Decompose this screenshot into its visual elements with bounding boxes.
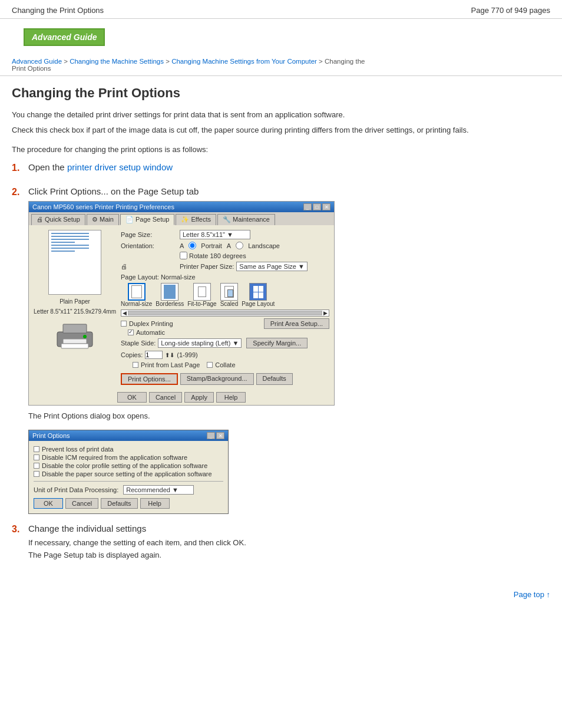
printer-driver-link[interactable]: printer driver setup window bbox=[67, 162, 173, 172]
ok-btn[interactable]: OK bbox=[117, 392, 147, 403]
disable-paper-source-checkbox[interactable] bbox=[34, 471, 39, 477]
prevent-loss-label: Prevent loss of print data bbox=[42, 446, 114, 453]
landscape-icon: A bbox=[227, 242, 231, 249]
dialog-right-panel: Page Size: Letter 8.5"x11" ▼ Orientation… bbox=[121, 230, 329, 385]
po-close-btn[interactable]: ✕ bbox=[216, 432, 224, 439]
layout-borderless[interactable]: Borderless bbox=[156, 283, 184, 307]
printer-paper-size-text: Printer Paper Size: bbox=[180, 263, 234, 270]
cancel-btn[interactable]: Cancel bbox=[149, 392, 182, 403]
prevent-loss-checkbox[interactable] bbox=[34, 446, 39, 452]
paper-line-7 bbox=[51, 251, 75, 252]
page-top-link[interactable]: Page top ↑ bbox=[514, 590, 550, 599]
duplex-checkbox[interactable] bbox=[121, 321, 127, 327]
po-checkbox-4: Disable the paper source setting of the … bbox=[34, 470, 223, 477]
print-options-body: Prevent loss of print data Disable ICM r… bbox=[29, 441, 228, 513]
copies-range: (1-999) bbox=[177, 351, 197, 358]
layout-normal-label: Normal-size bbox=[121, 301, 152, 307]
step-1-number: 1. bbox=[12, 162, 28, 173]
duplex-label: Duplex Printing bbox=[129, 320, 173, 327]
layout-borderless-label: Borderless bbox=[156, 301, 184, 307]
scroll-right-btn[interactable]: ▶ bbox=[323, 310, 328, 316]
minimize-btn[interactable]: _ bbox=[303, 203, 312, 210]
step-3-content: Change the individual settings If necess… bbox=[28, 523, 550, 563]
po-ok-btn[interactable]: OK bbox=[34, 498, 63, 509]
print-from-last-checkbox[interactable] bbox=[133, 362, 138, 368]
print-area-btn[interactable]: Print Area Setup... bbox=[264, 320, 329, 327]
staple-side-label: Staple Side: bbox=[121, 340, 156, 347]
po-defaults-btn[interactable]: Defaults bbox=[101, 498, 137, 509]
tab-effects[interactable]: ✨ Effects bbox=[176, 214, 216, 225]
step-3-sub-2: The Page Setup tab is displayed again. bbox=[28, 551, 550, 559]
printer-dialog-image: Canon MP560 series Printer Printing Pref… bbox=[28, 201, 335, 406]
po-cancel-btn[interactable]: Cancel bbox=[65, 498, 98, 509]
layout-fit-label: Fit-to-Page bbox=[187, 301, 216, 307]
separator bbox=[34, 481, 223, 482]
portrait-radio[interactable] bbox=[189, 242, 196, 249]
scrollbar[interactable]: ◀ ▶ bbox=[121, 309, 329, 317]
layout-fit-to-page[interactable]: Fit-to-Page bbox=[187, 283, 216, 307]
paper-lines bbox=[51, 233, 98, 253]
header-title: Changing the Print Options bbox=[12, 6, 104, 15]
paper-line-1 bbox=[51, 233, 89, 234]
unit-select[interactable]: Recommended ▼ bbox=[123, 485, 194, 495]
tab-main[interactable]: ⚙ Main bbox=[87, 214, 119, 225]
copies-input[interactable] bbox=[145, 351, 163, 359]
layout-scaled[interactable]: Scaled bbox=[220, 283, 239, 307]
landscape-radio[interactable] bbox=[236, 242, 243, 249]
dialog-action-buttons: Print Options... Stamp/Background... Def… bbox=[121, 373, 329, 385]
disable-icm-checkbox[interactable] bbox=[34, 454, 39, 460]
po-help-btn[interactable]: Help bbox=[140, 498, 170, 509]
print-area-setup-btn[interactable]: Print Area Setup... bbox=[264, 318, 329, 329]
step-3-sub-1: If necessary, change the setting of each… bbox=[28, 538, 550, 547]
collate-checkbox[interactable] bbox=[207, 362, 213, 368]
page-layout-value: Normal-size bbox=[161, 274, 196, 281]
left-panel-label-2: Letter 8.5"x11" 215.9x279.4mm bbox=[34, 308, 116, 315]
automatic-checkbox[interactable] bbox=[128, 330, 134, 335]
svg-rect-2 bbox=[63, 339, 87, 344]
staple-side-select[interactable]: Long-side stapling (Left) ▼ bbox=[158, 338, 242, 348]
page-header: Changing the Print Options Page 770 of 9… bbox=[0, 0, 562, 19]
tab-maintenance[interactable]: 🔧 Maintenance bbox=[217, 214, 275, 225]
layout-page-layout[interactable]: Page Layout bbox=[242, 283, 275, 307]
advanced-guide-banner: Advanced Guide bbox=[24, 28, 105, 46]
breadcrumb-link-3[interactable]: Changing Machine Settings from Your Comp… bbox=[171, 58, 317, 65]
printer-icon-area bbox=[51, 318, 98, 354]
maximize-btn[interactable]: □ bbox=[313, 203, 321, 210]
automatic-row: Automatic bbox=[121, 329, 329, 336]
apply-btn[interactable]: Apply bbox=[184, 392, 214, 403]
paper-line-3 bbox=[51, 239, 89, 240]
copies-spinner[interactable]: ⬆⬇ bbox=[165, 352, 174, 358]
close-btn[interactable]: ✕ bbox=[322, 203, 330, 210]
tab-page-setup[interactable]: 📄 Page Setup bbox=[120, 214, 175, 225]
specify-margin-btn[interactable]: Specify Margin... bbox=[246, 338, 308, 348]
procedure-text: The procedure for changing the print opt… bbox=[12, 145, 550, 154]
breadcrumb-link-1[interactable]: Advanced Guide bbox=[12, 58, 62, 65]
disable-color-profile-checkbox[interactable] bbox=[34, 463, 39, 469]
print-options-btn[interactable]: Print Options... bbox=[121, 373, 178, 385]
page-top-arrow: ↑ bbox=[547, 590, 551, 599]
scroll-left-btn[interactable]: ◀ bbox=[123, 310, 127, 316]
print-from-last-label: Print from Last Page bbox=[141, 361, 200, 368]
portrait-label: Portrait bbox=[201, 242, 222, 249]
defaults-btn[interactable]: Defaults bbox=[256, 373, 293, 385]
page-layout-row: Page Layout: Normal-size bbox=[121, 274, 329, 281]
svg-rect-1 bbox=[63, 324, 87, 333]
step-3-number: 3. bbox=[12, 523, 28, 535]
step-1-label: Open the printer driver setup window bbox=[28, 162, 550, 172]
page-size-select[interactable]: Letter 8.5"x11" ▼ bbox=[180, 230, 250, 239]
step-1-content: Open the printer driver setup window bbox=[28, 162, 550, 177]
intro-text-1: You change the detailed print driver set… bbox=[12, 109, 550, 121]
page-size-row: Page Size: Letter 8.5"x11" ▼ bbox=[121, 230, 329, 239]
printer-paper-size-select[interactable]: Same as Page Size ▼ bbox=[236, 262, 308, 271]
breadcrumb-link-2[interactable]: Changing the Machine Settings bbox=[70, 58, 164, 65]
layout-normal[interactable]: Normal-size bbox=[121, 283, 152, 307]
po-checkbox-2: Disable ICM required from the applicatio… bbox=[34, 454, 223, 461]
help-btn[interactable]: Help bbox=[216, 392, 246, 403]
unit-row: Unit of Print Data Processing: Recommend… bbox=[34, 485, 223, 495]
rotate-checkbox[interactable] bbox=[180, 252, 187, 259]
stamp-background-btn[interactable]: Stamp/Background... bbox=[180, 373, 254, 385]
po-minimize-btn[interactable]: _ bbox=[207, 432, 215, 439]
tab-quick-setup[interactable]: 🖨 Quick Setup bbox=[31, 214, 85, 225]
left-panel-label-1: Plain Paper bbox=[59, 298, 90, 305]
dialog-title: Canon MP560 series Printer Printing Pref… bbox=[32, 203, 174, 210]
